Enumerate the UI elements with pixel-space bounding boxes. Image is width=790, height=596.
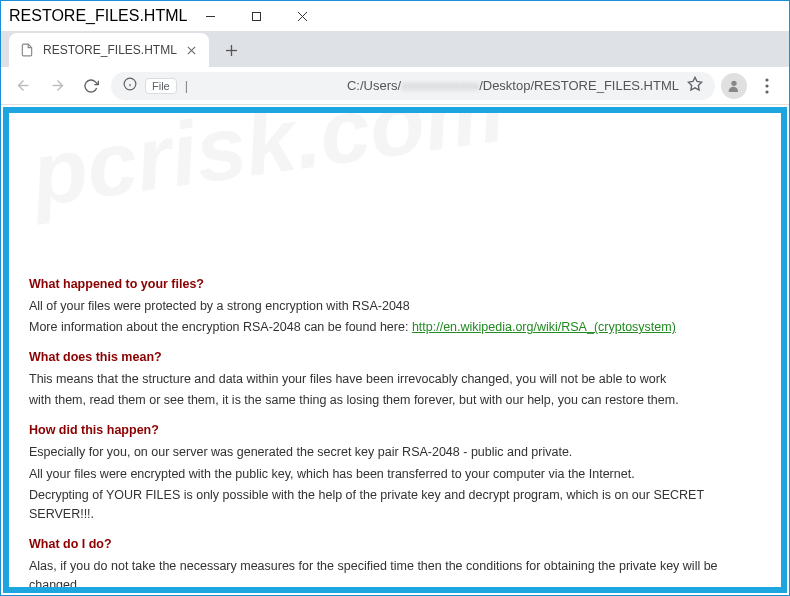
- heading-how-happen: How did this happen?: [29, 421, 761, 440]
- close-button[interactable]: [279, 1, 325, 31]
- text-line: Alas, if you do not take the necessary m…: [29, 557, 761, 593]
- reload-button[interactable]: [77, 72, 105, 100]
- text-line: Especially for you, on our server was ge…: [29, 443, 761, 462]
- svg-marker-13: [688, 77, 701, 90]
- forward-button[interactable]: [43, 72, 71, 100]
- text-line: All your files were encrypted with the p…: [29, 465, 761, 484]
- svg-point-14: [731, 80, 736, 85]
- svg-point-16: [765, 84, 768, 87]
- tab-bar: RESTORE_FILES.HTML: [1, 31, 789, 67]
- maximize-button[interactable]: [233, 1, 279, 31]
- tab-close-icon[interactable]: [183, 42, 199, 58]
- kebab-menu-icon[interactable]: [753, 72, 781, 100]
- wikipedia-link[interactable]: http://en.wikipedia.org/wiki/RSA_(crypto…: [412, 320, 676, 334]
- minimize-button[interactable]: [187, 1, 233, 31]
- file-icon: [19, 42, 35, 58]
- file-badge: File: [145, 78, 177, 94]
- info-icon: [123, 77, 137, 94]
- heading-what-happened: What happened to your files?: [29, 275, 761, 294]
- page-content: pcrisk.com What happened to your files? …: [3, 107, 787, 593]
- bookmark-star-icon[interactable]: [687, 76, 703, 95]
- svg-point-15: [765, 78, 768, 81]
- back-button[interactable]: [9, 72, 37, 100]
- text-line: More information about the encryption RS…: [29, 318, 761, 337]
- svg-point-17: [765, 90, 768, 93]
- text-line: This means that the structure and data w…: [29, 370, 761, 389]
- url-divider: |: [185, 78, 339, 93]
- watermark: pcrisk.com: [23, 107, 767, 245]
- url-text: C:/Users/xxxxxxxxxxxx/Desktop/RESTORE_FI…: [347, 78, 679, 93]
- tab-title: RESTORE_FILES.HTML: [43, 43, 177, 57]
- new-tab-button[interactable]: [217, 36, 245, 64]
- browser-tab[interactable]: RESTORE_FILES.HTML: [9, 33, 209, 67]
- heading-what-mean: What does this mean?: [29, 348, 761, 367]
- heading-what-do: What do I do?: [29, 535, 761, 554]
- text-line: All of your files were protected by a st…: [29, 297, 761, 316]
- window-title-text: RESTORE_FILES.HTML: [9, 7, 187, 25]
- text-line: Decrypting of YOUR FILES is only possibl…: [29, 486, 761, 525]
- window-title-bar: RESTORE_FILES.HTML: [1, 1, 789, 31]
- profile-avatar[interactable]: [721, 73, 747, 99]
- svg-rect-1: [252, 12, 260, 20]
- address-bar: File | C:/Users/xxxxxxxxxxxx/Desktop/RES…: [1, 67, 789, 105]
- text-line: with them, read them or see them, it is …: [29, 391, 761, 410]
- url-input[interactable]: File | C:/Users/xxxxxxxxxxxx/Desktop/RES…: [111, 72, 715, 100]
